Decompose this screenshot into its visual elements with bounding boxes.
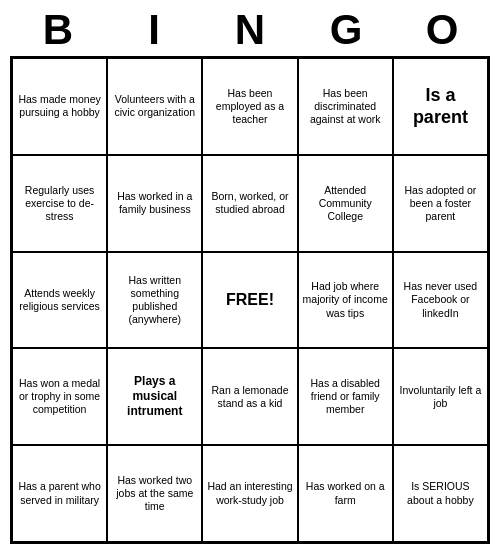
bingo-cell-r0c1[interactable]: Volunteers with a civic organization <box>107 58 202 155</box>
bingo-cell-r4c1[interactable]: Has worked two jobs at the same time <box>107 445 202 542</box>
bingo-cell-r2c4[interactable]: Has never used Facebook or linkedIn <box>393 252 488 349</box>
bingo-letter: G <box>302 6 390 54</box>
bingo-cell-r0c4[interactable]: Is a parent <box>393 58 488 155</box>
bingo-cell-r1c1[interactable]: Has worked in a family business <box>107 155 202 252</box>
bingo-letter: N <box>206 6 294 54</box>
bingo-cell-r2c0[interactable]: Attends weekly religious services <box>12 252 107 349</box>
bingo-cell-r0c0[interactable]: Has made money pursuing a hobby <box>12 58 107 155</box>
bingo-cell-r2c2[interactable]: FREE! <box>202 252 297 349</box>
bingo-cell-r1c3[interactable]: Attended Community College <box>298 155 393 252</box>
bingo-cell-r3c2[interactable]: Ran a lemonade stand as a kid <box>202 348 297 445</box>
bingo-cell-r0c3[interactable]: Has been discriminated against at work <box>298 58 393 155</box>
bingo-cell-r4c2[interactable]: Had an interesting work-study job <box>202 445 297 542</box>
bingo-header: BINGO <box>10 0 490 56</box>
bingo-cell-r4c3[interactable]: Has worked on a farm <box>298 445 393 542</box>
bingo-cell-r4c0[interactable]: Has a parent who served in military <box>12 445 107 542</box>
bingo-letter: O <box>398 6 486 54</box>
bingo-cell-r3c4[interactable]: Involuntarily left a job <box>393 348 488 445</box>
bingo-letter: B <box>14 6 102 54</box>
bingo-cell-r2c3[interactable]: Had job where majority of income was tip… <box>298 252 393 349</box>
bingo-cell-r1c2[interactable]: Born, worked, or studied abroad <box>202 155 297 252</box>
bingo-cell-r1c0[interactable]: Regularly uses exercise to de-stress <box>12 155 107 252</box>
bingo-cell-r2c1[interactable]: Has written something published (anywher… <box>107 252 202 349</box>
bingo-cell-r1c4[interactable]: Has adopted or been a foster parent <box>393 155 488 252</box>
bingo-cell-r0c2[interactable]: Has been employed as a teacher <box>202 58 297 155</box>
bingo-letter: I <box>110 6 198 54</box>
bingo-grid: Has made money pursuing a hobbyVolunteer… <box>10 56 490 544</box>
bingo-cell-r3c1[interactable]: Plays a musical intrument <box>107 348 202 445</box>
bingo-cell-r4c4[interactable]: Is SERIOUS about a hobby <box>393 445 488 542</box>
bingo-cell-r3c3[interactable]: Has a disabled friend or family member <box>298 348 393 445</box>
bingo-cell-r3c0[interactable]: Has won a medal or trophy in some compet… <box>12 348 107 445</box>
